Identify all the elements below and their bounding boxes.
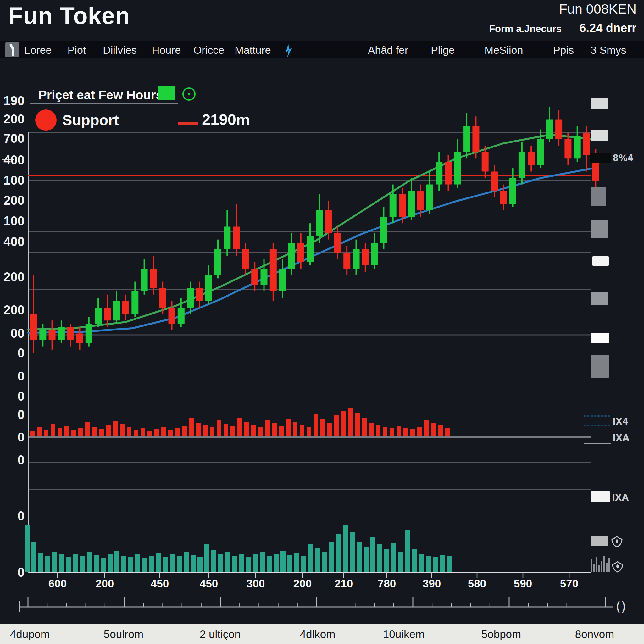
candle-body bbox=[224, 227, 230, 249]
candle-body bbox=[242, 249, 249, 269]
y-axis-label: 0 bbox=[18, 389, 25, 403]
ruler-end-glyph: () bbox=[616, 599, 626, 614]
shield-icon[interactable] bbox=[612, 536, 622, 547]
candle-body bbox=[408, 191, 415, 217]
shield-icon[interactable] bbox=[613, 562, 623, 572]
candle-body bbox=[564, 139, 571, 158]
volume-bar-red bbox=[210, 427, 214, 436]
price-tag-box bbox=[591, 491, 610, 502]
mini-hist-bar bbox=[601, 561, 602, 572]
mini-hist-bar bbox=[598, 565, 600, 572]
volume-bar-red bbox=[71, 430, 76, 436]
side-badge-label: ⅨA bbox=[612, 492, 629, 503]
volume-bar-red bbox=[37, 427, 42, 436]
time-strip[interactable]: 4dupom5oulrom2 ultiçon4dlkom10uikem5obpo… bbox=[0, 624, 644, 644]
candle-body bbox=[150, 269, 157, 288]
volume-bar-red bbox=[30, 431, 35, 436]
volume-bar-teal bbox=[59, 554, 64, 572]
candle-body bbox=[371, 243, 378, 265]
volume-bar-teal bbox=[329, 542, 334, 572]
candle-body bbox=[574, 136, 581, 158]
volume-bar-teal bbox=[149, 556, 154, 572]
candle-body bbox=[399, 194, 406, 217]
price-tag-box bbox=[591, 536, 608, 546]
x-axis-label: 780 bbox=[378, 577, 396, 590]
volume-bar-teal bbox=[73, 554, 78, 572]
candle-body bbox=[30, 314, 37, 340]
candle-body bbox=[390, 194, 397, 217]
volume-bar-teal bbox=[52, 552, 57, 572]
volume-bar-teal bbox=[177, 556, 182, 572]
volume-bar-teal bbox=[108, 554, 113, 572]
x-axis-label: 200 bbox=[96, 577, 114, 590]
volume-bar-red bbox=[51, 424, 55, 436]
volume-bar-teal bbox=[447, 556, 452, 572]
volume-bar-teal bbox=[135, 554, 140, 572]
volume-bar-teal bbox=[267, 556, 272, 572]
y-axis-label: 0 bbox=[18, 430, 25, 444]
candle-body bbox=[436, 162, 442, 185]
volume-bar-teal bbox=[426, 556, 431, 572]
candle-body bbox=[454, 152, 461, 185]
volume-bar-teal bbox=[232, 556, 237, 572]
y-axis-label: 0 bbox=[18, 369, 25, 383]
candle-body bbox=[270, 249, 277, 291]
x-axis-label: 200 bbox=[293, 577, 312, 590]
candle-body bbox=[482, 152, 489, 172]
x-axis-label: 390 bbox=[423, 577, 441, 590]
y-axis-label: 100 bbox=[3, 214, 25, 228]
candle-body bbox=[555, 120, 562, 139]
volume-bar-teal bbox=[315, 548, 320, 572]
candle-body bbox=[169, 308, 175, 324]
volume-bar-teal bbox=[405, 530, 410, 572]
candle-body bbox=[509, 178, 516, 204]
time-label: 2 ultiçon bbox=[200, 628, 241, 641]
volume-bar-red bbox=[44, 430, 48, 436]
x-axis-label: 210 bbox=[335, 577, 353, 590]
volume-bar-teal bbox=[38, 553, 43, 572]
y-axis-label: 00 bbox=[11, 326, 25, 340]
volume-bar-teal bbox=[357, 542, 362, 572]
volume-bar-red bbox=[127, 427, 131, 436]
volume-bar-red bbox=[445, 428, 450, 436]
volume-bar-red bbox=[85, 422, 90, 436]
volume-bar-teal bbox=[419, 554, 424, 572]
volume-bar-teal bbox=[218, 554, 223, 572]
candle-body bbox=[546, 120, 553, 139]
time-label: 4dupom bbox=[10, 628, 50, 641]
volume-bar-teal bbox=[87, 552, 92, 572]
volume-bar-teal bbox=[197, 557, 203, 572]
candle-body bbox=[426, 185, 433, 210]
volume-bar-red bbox=[424, 420, 429, 436]
volume-bar-teal bbox=[336, 534, 341, 572]
candle-body bbox=[113, 301, 120, 320]
candle-body bbox=[297, 243, 304, 262]
candle-body bbox=[528, 152, 535, 165]
time-label: 10uikem bbox=[383, 628, 425, 641]
time-label: 8onvom bbox=[575, 628, 614, 641]
x-axis-label: 300 bbox=[247, 577, 265, 590]
candle-body bbox=[417, 191, 424, 210]
volume-bar-teal bbox=[121, 556, 126, 572]
volume-bar-teal bbox=[301, 556, 306, 572]
candle-body bbox=[519, 152, 525, 178]
volume-bar-teal bbox=[94, 555, 99, 572]
volume-bar-teal bbox=[114, 551, 119, 572]
volume-bar-red bbox=[168, 430, 173, 436]
volume-bar-red bbox=[348, 408, 353, 436]
mini-hist-bar bbox=[606, 563, 608, 572]
volume-bar-teal bbox=[370, 537, 375, 572]
volume-bar-red bbox=[251, 425, 256, 436]
volume-bar-teal bbox=[204, 544, 209, 572]
volume-bar-teal bbox=[246, 557, 251, 572]
volume-bar-red bbox=[376, 425, 380, 436]
candle-body bbox=[500, 191, 507, 204]
y-axis-label: 0 bbox=[18, 346, 25, 360]
volume-bar-teal bbox=[287, 555, 292, 572]
candle-body bbox=[380, 217, 387, 243]
y-axis-label: 400 bbox=[3, 235, 25, 248]
price-tag-box bbox=[591, 292, 608, 305]
volume-bar-teal bbox=[239, 554, 244, 572]
volume-bar-red bbox=[182, 426, 187, 436]
time-label: 5oulrom bbox=[104, 628, 143, 641]
